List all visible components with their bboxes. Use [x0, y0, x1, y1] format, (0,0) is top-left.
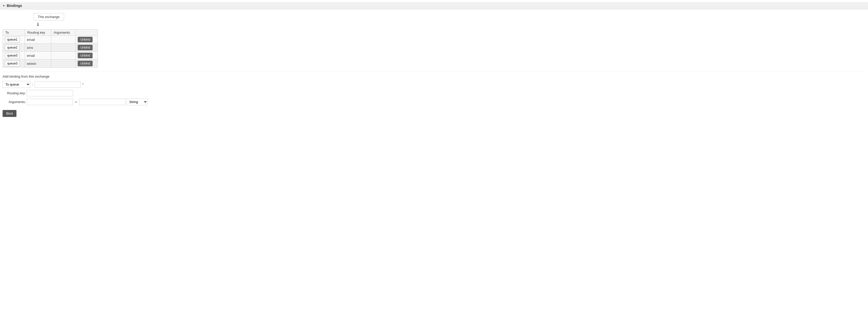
- cell-routing-key: email: [25, 36, 51, 44]
- cell-routing-key: sms: [25, 44, 51, 52]
- unbind-button[interactable]: Unbind: [78, 37, 93, 42]
- bind-button[interactable]: Bind: [3, 110, 17, 117]
- routing-key-input[interactable]: [27, 90, 73, 96]
- cell-routing-key: weixin: [25, 60, 51, 68]
- table-row: queue2smsUnbind: [3, 44, 98, 52]
- cell-to: queue1: [3, 36, 25, 44]
- add-binding-section: Add binding from this exchange To queue …: [3, 72, 865, 117]
- queue-button[interactable]: queue2: [5, 45, 20, 51]
- to-queue-select[interactable]: To queue To exchange: [3, 81, 30, 88]
- queue-button[interactable]: queue1: [5, 37, 20, 42]
- bindings-title: Bindings: [7, 4, 22, 8]
- queue-button[interactable]: queue3: [5, 61, 20, 66]
- col-header-to: To: [3, 30, 25, 36]
- required-star: *: [82, 82, 84, 86]
- table-row: queue1emailUnbind: [3, 36, 98, 44]
- unbind-button[interactable]: Unbind: [78, 61, 93, 66]
- arguments-label: Arguments:: [3, 100, 26, 104]
- col-header-routing-key: Routing key: [25, 30, 51, 36]
- unbind-button[interactable]: Unbind: [78, 45, 93, 51]
- cell-to: queue2: [3, 44, 25, 52]
- col-header-arguments: Arguments: [51, 30, 75, 36]
- bindings-table: To Routing key Arguments queue1emailUnbi…: [3, 29, 98, 68]
- type-select[interactable]: String Number Boolean: [127, 98, 148, 105]
- cell-arguments: [51, 36, 75, 44]
- exchange-box-wrapper: This exchange ⇓: [33, 13, 865, 27]
- cell-arguments: [51, 60, 75, 68]
- cell-arguments: [51, 52, 75, 60]
- col-header-action: [75, 30, 98, 36]
- add-binding-title: Add binding from this exchange: [3, 74, 865, 78]
- bindings-content: This exchange ⇓ To Routing key Arguments…: [0, 9, 868, 120]
- equals-sign: =: [75, 100, 77, 104]
- cell-action: Unbind: [75, 36, 98, 44]
- cell-action: Unbind: [75, 60, 98, 68]
- routing-key-label: Routing key:: [3, 91, 26, 95]
- down-arrow-icon: ⇓: [36, 22, 40, 27]
- cell-to: queue3: [3, 60, 25, 68]
- cell-action: Unbind: [75, 44, 98, 52]
- arguments-key-input[interactable]: [27, 99, 73, 105]
- to-queue-input[interactable]: [34, 81, 81, 88]
- unbind-button[interactable]: Unbind: [78, 53, 93, 58]
- chevron-down-icon: ▼: [3, 4, 5, 7]
- table-row: queue3emailUnbind: [3, 52, 98, 60]
- bindings-section: ▼ Bindings This exchange ⇓ To Routing ke…: [0, 0, 868, 120]
- queue-button[interactable]: queue3: [5, 53, 20, 58]
- arguments-row: Arguments: = String Number Boolean: [3, 98, 865, 105]
- to-queue-row: To queue To exchange : *: [3, 81, 865, 88]
- cell-arguments: [51, 44, 75, 52]
- colon-label: :: [32, 82, 33, 86]
- routing-key-row: Routing key:: [3, 90, 865, 96]
- bindings-header: ▼ Bindings: [0, 2, 868, 9]
- exchange-box: This exchange: [33, 13, 64, 21]
- table-row: queue3weixinUnbind: [3, 60, 98, 68]
- cell-action: Unbind: [75, 52, 98, 60]
- cell-to: queue3: [3, 52, 25, 60]
- cell-routing-key: email: [25, 52, 51, 60]
- arguments-value-input[interactable]: [79, 99, 125, 105]
